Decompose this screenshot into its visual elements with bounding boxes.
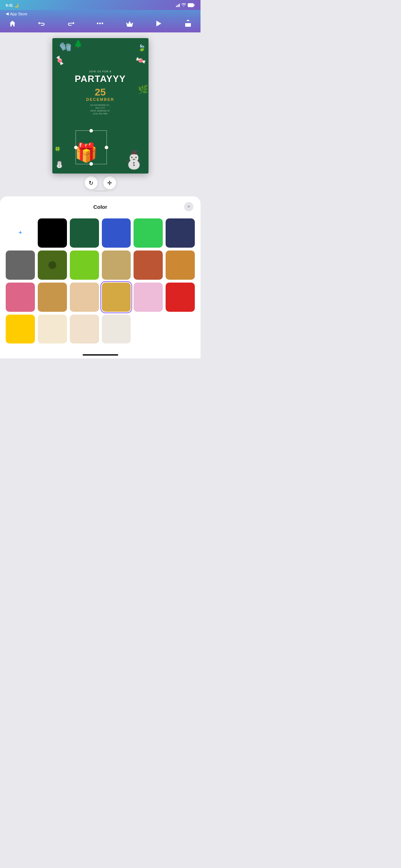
add-custom-color-button[interactable]: + (6, 218, 35, 248)
candy-left: 🍬 (54, 55, 66, 67)
signal-bars-icon (176, 4, 180, 7)
color-swatch-tan[interactable] (102, 250, 131, 280)
selection-handle-right[interactable] (105, 146, 108, 149)
color-swatch-light-peach[interactable] (70, 283, 99, 312)
color-panel-title: Color (16, 204, 184, 210)
snowman-decoration: ⛄ (123, 149, 145, 170)
design-card[interactable]: 🧤 🌲 🍃 🍬 🍬 🌿 JOIN US FOR A PARTAYYY 25 DE… (52, 38, 149, 174)
selection-handle-bottom[interactable] (89, 162, 93, 166)
color-panel: Color × + (0, 196, 200, 352)
color-swatch-dark-green[interactable] (70, 218, 99, 248)
color-swatch-green[interactable] (134, 218, 163, 248)
candy-right: 🍬 (135, 55, 147, 67)
selection-handle-top[interactable] (89, 129, 93, 133)
color-swatch-cream1[interactable] (38, 315, 67, 344)
toolbar: ••• (6, 18, 195, 29)
pine-branch-top: 🌲 (74, 40, 83, 48)
color-grid: + (6, 218, 195, 343)
share-button[interactable] (183, 18, 193, 29)
canvas-actions: ↻ ✛ (85, 176, 116, 189)
status-time: 9:41 (6, 4, 13, 7)
rotate-button[interactable]: ↻ (85, 176, 98, 189)
small-snowman: ⛄ (54, 159, 64, 169)
wifi-icon (181, 3, 186, 7)
drag-handle-line (93, 191, 108, 191)
color-swatch-olive[interactable] (38, 250, 67, 280)
undo-button[interactable] (36, 18, 47, 29)
plus-icon: + (6, 219, 34, 247)
card-join-text: JOIN US FOR A (52, 70, 149, 73)
card-party-text: PARTAYYY (52, 73, 149, 84)
color-swatch-peach-gold[interactable] (38, 283, 67, 312)
svg-rect-0 (188, 3, 194, 7)
crown-button[interactable] (124, 18, 135, 29)
more-button[interactable]: ••• (95, 18, 105, 29)
top-nav: ◀ App Store ••• (0, 10, 200, 32)
move-button[interactable]: ✛ (103, 176, 116, 189)
color-swatch-yellow[interactable] (6, 315, 35, 344)
card-text-area: JOIN US FOR A PARTAYYY 25 DECEMBER 123 A… (52, 70, 149, 115)
play-button[interactable] (153, 18, 164, 29)
color-panel-close-button[interactable]: × (184, 202, 193, 211)
color-swatch-blue[interactable] (102, 218, 131, 248)
color-swatch-pink[interactable] (6, 283, 35, 312)
color-swatch-rust[interactable] (134, 250, 163, 280)
color-swatch-selected-gold[interactable] (102, 283, 131, 312)
color-swatch-lime-green[interactable] (70, 250, 99, 280)
holly-bottom-left: 🍀 (54, 146, 61, 152)
redo-button[interactable] (66, 18, 76, 29)
back-row[interactable]: ◀ App Store (6, 11, 195, 16)
color-swatch-light-pink[interactable] (134, 283, 163, 312)
svg-rect-1 (194, 4, 195, 6)
card-date-month: DECEMBER (52, 97, 149, 102)
home-button[interactable] (7, 18, 18, 29)
canvas-area: 🧤 🌲 🍃 🍬 🍬 🌿 JOIN US FOR A PARTAYYY 25 DE… (0, 32, 200, 195)
card-date-number: 25 (52, 87, 149, 97)
color-swatch-black[interactable] (38, 218, 67, 248)
home-bar (83, 354, 118, 356)
color-swatch-golden[interactable] (166, 250, 195, 280)
color-panel-header: Color × (6, 202, 195, 211)
card-address: 123 ANYWHERE ST., ANY CITY RSVP JENNIFER… (52, 104, 149, 115)
back-chevron-icon: ◀ (6, 11, 9, 16)
color-swatch-red[interactable] (166, 283, 195, 312)
mittens-decoration: 🧤 (58, 40, 73, 54)
color-swatch-cream2[interactable] (70, 315, 99, 344)
status-bar: 9:41 🌙 (0, 0, 200, 10)
selection-handle-left[interactable] (74, 146, 78, 149)
color-selected-indicator (48, 261, 56, 269)
home-indicator-area (0, 352, 200, 358)
color-swatch-cream3[interactable] (102, 315, 131, 344)
status-icons (176, 3, 195, 8)
battery-icon (188, 3, 195, 8)
back-label[interactable]: App Store (10, 12, 27, 16)
color-swatch-dark-navy[interactable] (166, 218, 195, 248)
holly-right: 🍃 (138, 44, 146, 52)
gift-decoration: 🎁 (74, 142, 98, 164)
moon-icon: 🌙 (14, 4, 19, 7)
color-swatch-gray[interactable] (6, 250, 35, 280)
